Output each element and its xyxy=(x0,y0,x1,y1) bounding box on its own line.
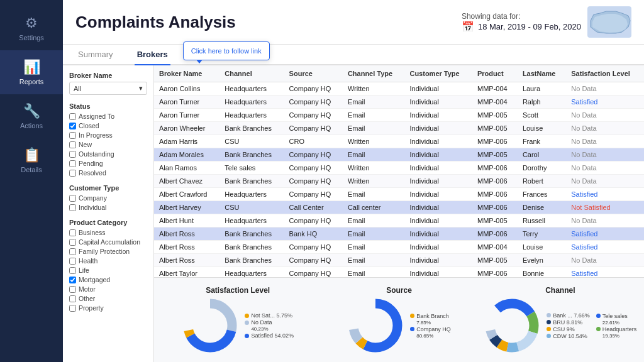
product-category-label: Product Category xyxy=(69,219,147,226)
table-cell: No Data xyxy=(566,162,644,175)
us-map-icon xyxy=(587,6,631,38)
ct-company-checkbox[interactable] xyxy=(69,195,76,202)
legend-telesales: Tele sales xyxy=(596,313,637,319)
table-cell: Call Center xyxy=(284,201,343,214)
tab-customers[interactable]: Customers xyxy=(189,45,234,65)
table-row[interactable]: Albert HarveyCSUCall CenterCall centerIn… xyxy=(154,201,644,214)
table-cell: Individual xyxy=(404,267,472,278)
table-cell: Satisfied xyxy=(566,188,644,201)
status-resolved-checkbox[interactable] xyxy=(69,170,76,177)
table-cell: MMP-004 xyxy=(472,96,518,109)
table-row[interactable]: Alan RamosTele salesCompany HQWrittenInd… xyxy=(154,162,644,175)
table-cell: MMP-005 xyxy=(472,254,518,267)
data-table-container[interactable]: Broker Name Channel Source Channel Type … xyxy=(154,65,644,277)
status-filter: Status Assigned To Closed In Progress xyxy=(69,102,147,177)
charts-area: Satisfaction Level xyxy=(154,277,644,362)
status-assigned-to: Assigned To xyxy=(69,112,147,120)
table-cell: Individual xyxy=(404,188,472,201)
pc-motor: Motor xyxy=(69,285,147,293)
table-cell: Email xyxy=(343,228,405,241)
table-row[interactable]: Albert RossBank BranchesBank HQEmailIndi… xyxy=(154,228,644,241)
pc-other-checkbox[interactable] xyxy=(69,295,76,302)
pc-property-checkbox[interactable] xyxy=(69,305,76,312)
table-cell: Company HQ xyxy=(284,267,343,278)
pc-mortgaged-checkbox[interactable] xyxy=(69,277,76,283)
pc-health-checkbox[interactable] xyxy=(69,258,76,265)
bank-dot xyxy=(547,313,551,317)
table-cell: CSU xyxy=(219,201,284,214)
pc-family-checkbox[interactable] xyxy=(69,248,76,255)
satisfaction-chart-title: Satisfaction Level xyxy=(206,286,270,295)
table-row[interactable]: Aaron CollinsHeadquartersCompany HQWritt… xyxy=(154,82,644,96)
ct-individual: Individual xyxy=(69,204,147,211)
pc-property: Property xyxy=(69,304,147,312)
table-cell: Email xyxy=(343,267,405,278)
table-row[interactable]: Albert RossBank BranchesCompany HQEmailI… xyxy=(154,254,644,267)
pc-business-checkbox[interactable] xyxy=(69,229,76,236)
legend-bank-branch: Bank Branch xyxy=(410,313,451,319)
table-cell: Company HQ xyxy=(284,96,343,109)
table-cell: Company HQ xyxy=(284,175,343,188)
sidebar-item-details[interactable]: 📋 Details xyxy=(0,138,63,182)
broker-name-dropdown[interactable]: All ▾ xyxy=(69,82,147,95)
table-cell: Adam Morales xyxy=(154,148,219,162)
table-cell: Albert Ross xyxy=(154,228,219,241)
satisfaction-legends: Not Sat... 5.75% No Data 40.23% Satisfie… xyxy=(245,312,294,339)
sidebar-item-actions[interactable]: 🔧 Actions xyxy=(0,94,63,138)
filter-panel: Broker Name All ▾ Status Assigned To Clo… xyxy=(63,65,154,362)
status-assigned-to-checkbox[interactable] xyxy=(69,113,76,120)
tab-summary[interactable]: Summary xyxy=(75,45,116,65)
table-cell: Terry xyxy=(518,228,566,241)
table-cell: Headquarters xyxy=(219,109,284,122)
pc-life-checkbox[interactable] xyxy=(69,267,76,274)
table-cell: Email xyxy=(343,188,405,201)
tab-brokers[interactable]: Brokers xyxy=(135,45,170,65)
ct-company: Company xyxy=(69,194,147,202)
chevron-down-icon: ▾ xyxy=(139,84,143,92)
status-outstanding-checkbox[interactable] xyxy=(69,151,76,158)
status-closed-checkbox[interactable] xyxy=(69,123,76,129)
table-cell: Bank HQ xyxy=(284,228,343,241)
table-row[interactable]: Albert TaylorHeadquartersCompany HQEmail… xyxy=(154,267,644,278)
table-cell: Individual xyxy=(404,148,472,162)
date-range-value: 18 Mar, 2019 - 09 Feb, 2020 xyxy=(478,22,581,31)
source-legends: Bank Branch 7.85% Company HQ 80.65% xyxy=(410,313,451,339)
table-cell: Ralph xyxy=(518,96,566,109)
ct-individual-checkbox[interactable] xyxy=(69,204,76,211)
table-row[interactable]: Aaron TurnerHeadquartersCompany HQEmailI… xyxy=(154,109,644,122)
status-in-progress-checkbox[interactable] xyxy=(69,132,76,139)
table-row[interactable]: Albert RossBank BranchesCompany HQEmailI… xyxy=(154,241,644,254)
tab-bar: Summary Brokers Customers Click here to … xyxy=(63,45,644,65)
table-row[interactable]: Adam MoralesBank BranchesCompany HQEmail… xyxy=(154,148,644,162)
table-row[interactable]: Aaron TurnerHeadquartersCompany HQEmailI… xyxy=(154,96,644,109)
sidebar: ⚙ Settings 📊 Reports 🔧 Actions 📋 Details xyxy=(0,0,63,362)
channel-donut-svg xyxy=(484,297,540,354)
table-cell: Email xyxy=(343,122,405,135)
pc-capital-checkbox[interactable] xyxy=(69,239,76,246)
table-cell: Carol xyxy=(518,148,566,162)
table-cell: Russell xyxy=(518,214,566,228)
table-cell: Company HQ xyxy=(284,241,343,254)
sidebar-item-settings[interactable]: ⚙ Settings xyxy=(0,6,63,50)
telesales-dot xyxy=(596,314,601,318)
nodata-dot xyxy=(245,321,249,325)
source-chart-row: Bank Branch 7.85% Company HQ 80.65% xyxy=(347,297,451,354)
sidebar-item-reports[interactable]: 📊 Reports xyxy=(0,50,63,94)
table-cell: Company HQ xyxy=(284,148,343,162)
table-header-row: Broker Name Channel Source Channel Type … xyxy=(154,65,644,82)
status-pending-checkbox[interactable] xyxy=(69,160,76,167)
status-in-progress: In Progress xyxy=(69,131,147,139)
table-row[interactable]: Aaron WheelerBank BranchesCompany HQEmai… xyxy=(154,122,644,135)
table-cell: MMP-006 xyxy=(472,135,518,148)
table-row[interactable]: Albert CrawfordHeadquartersCompany HQEma… xyxy=(154,188,644,201)
table-row[interactable]: Adam HarrisCSUCROWrittenIndividualMMP-00… xyxy=(154,135,644,148)
channel-legends: Bank ... 7.66% BRU 8.81% CSU 9% xyxy=(547,312,590,339)
cdw-dot xyxy=(547,334,551,338)
table-row[interactable]: Albert HuntHeadquartersCompany HQEmailIn… xyxy=(154,214,644,228)
table-cell: CRO xyxy=(284,135,343,148)
table-cell: Albert Hunt xyxy=(154,214,219,228)
table-row[interactable]: Albert ChavezBank BranchesCompany HQWrit… xyxy=(154,175,644,188)
legend-satisfied: Satisfied 54.02% xyxy=(245,332,294,339)
status-new-checkbox[interactable] xyxy=(69,141,76,148)
pc-motor-checkbox[interactable] xyxy=(69,286,76,293)
